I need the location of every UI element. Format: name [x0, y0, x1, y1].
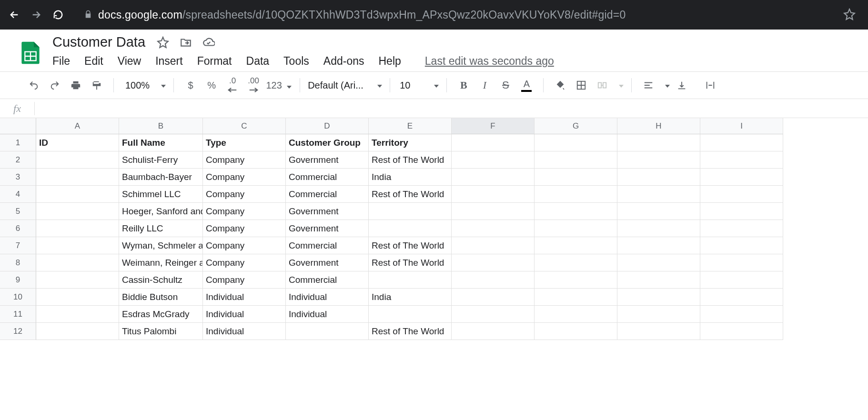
- forward-button[interactable]: [30, 9, 42, 20]
- cell[interactable]: [617, 323, 700, 340]
- cell[interactable]: [36, 220, 119, 237]
- cell[interactable]: India: [369, 169, 452, 186]
- cell[interactable]: Schimmel LLC: [119, 186, 203, 203]
- cell[interactable]: [535, 151, 617, 169]
- cell[interactable]: Individual: [203, 306, 286, 323]
- vertical-align-button[interactable]: [673, 76, 691, 94]
- column-header[interactable]: B: [119, 118, 203, 134]
- row-header[interactable]: 10: [0, 289, 36, 306]
- cell[interactable]: [36, 271, 119, 289]
- decrease-decimal-button[interactable]: .0: [223, 76, 242, 94]
- cell[interactable]: Biddie Butson: [119, 289, 203, 306]
- cell[interactable]: [700, 151, 783, 169]
- paint-format-button[interactable]: [88, 76, 106, 94]
- cell[interactable]: [452, 306, 535, 323]
- cell[interactable]: [369, 271, 452, 289]
- menu-view[interactable]: View: [118, 55, 141, 68]
- column-header[interactable]: A: [36, 118, 119, 134]
- cell[interactable]: [36, 237, 119, 254]
- row-header[interactable]: 11: [0, 306, 36, 323]
- column-header[interactable]: G: [535, 118, 617, 134]
- zoom-caret-icon[interactable]: [161, 81, 166, 89]
- cell[interactable]: Rest of The World: [369, 186, 452, 203]
- cell[interactable]: [700, 271, 783, 289]
- menu-addons[interactable]: Add-ons: [323, 55, 364, 68]
- cell[interactable]: [700, 289, 783, 306]
- cell[interactable]: [36, 306, 119, 323]
- cell[interactable]: Schulist-Ferry: [119, 151, 203, 169]
- font-caret-icon[interactable]: [377, 81, 382, 89]
- cell[interactable]: [452, 134, 535, 151]
- cell[interactable]: Baumbach-Bayer: [119, 169, 203, 186]
- cell[interactable]: [617, 151, 700, 169]
- row-header[interactable]: 8: [0, 254, 36, 271]
- column-header[interactable]: I: [700, 118, 783, 134]
- cell[interactable]: Esdras McGrady: [119, 306, 203, 323]
- more-formats-button[interactable]: 123: [265, 76, 292, 94]
- cell[interactable]: [535, 220, 617, 237]
- cell[interactable]: [452, 186, 535, 203]
- cell[interactable]: [535, 169, 617, 186]
- cell[interactable]: Government: [286, 254, 369, 271]
- menu-data[interactable]: Data: [246, 55, 270, 68]
- cell[interactable]: [700, 203, 783, 220]
- move-folder-icon[interactable]: [180, 36, 192, 49]
- cell[interactable]: [452, 289, 535, 306]
- horizontal-align-button[interactable]: [639, 76, 657, 94]
- row-header[interactable]: 7: [0, 237, 36, 254]
- cell[interactable]: [535, 254, 617, 271]
- font-selector[interactable]: Default (Ari...: [308, 80, 370, 91]
- row-header[interactable]: 2: [0, 151, 36, 169]
- cell[interactable]: Company: [203, 237, 286, 254]
- cell[interactable]: [369, 306, 452, 323]
- font-size-caret-icon[interactable]: [434, 81, 439, 89]
- cell[interactable]: Weimann, Reinger an: [119, 254, 203, 271]
- undo-button[interactable]: [25, 76, 43, 94]
- cell[interactable]: [617, 203, 700, 220]
- select-all-corner[interactable]: [0, 118, 36, 134]
- print-button[interactable]: [67, 76, 85, 94]
- cell[interactable]: [700, 220, 783, 237]
- cell[interactable]: [452, 151, 535, 169]
- cell[interactable]: Territory: [369, 134, 452, 151]
- cell[interactable]: Company: [203, 151, 286, 169]
- cell[interactable]: Individual: [203, 323, 286, 340]
- cell[interactable]: [535, 237, 617, 254]
- cell[interactable]: [535, 306, 617, 323]
- cell[interactable]: Individual: [286, 289, 369, 306]
- row-header[interactable]: 1: [0, 134, 36, 151]
- menu-edit[interactable]: Edit: [84, 55, 103, 68]
- cell[interactable]: Company: [203, 254, 286, 271]
- cell[interactable]: [36, 186, 119, 203]
- cell[interactable]: [617, 306, 700, 323]
- row-header[interactable]: 4: [0, 186, 36, 203]
- cell[interactable]: Company: [203, 186, 286, 203]
- cell[interactable]: [36, 323, 119, 340]
- zoom-level[interactable]: 100%: [121, 80, 153, 91]
- cell[interactable]: [36, 151, 119, 169]
- cell[interactable]: Rest of The World: [369, 237, 452, 254]
- cell[interactable]: Government: [286, 203, 369, 220]
- cell[interactable]: [617, 289, 700, 306]
- cell[interactable]: Customer Group: [286, 134, 369, 151]
- cell[interactable]: [700, 306, 783, 323]
- row-header[interactable]: 5: [0, 203, 36, 220]
- back-button[interactable]: [9, 9, 20, 20]
- italic-button[interactable]: I: [475, 76, 494, 94]
- cell[interactable]: Rest of The World: [369, 151, 452, 169]
- cell[interactable]: Commercial: [286, 237, 369, 254]
- cell[interactable]: Cassin-Schultz: [119, 271, 203, 289]
- cell[interactable]: ID: [36, 134, 119, 151]
- cell[interactable]: [36, 289, 119, 306]
- row-header[interactable]: 12: [0, 323, 36, 340]
- menu-insert[interactable]: Insert: [155, 55, 183, 68]
- cloud-status-icon[interactable]: [202, 36, 215, 49]
- cell[interactable]: [36, 203, 119, 220]
- cell[interactable]: [700, 254, 783, 271]
- strikethrough-button[interactable]: S: [496, 76, 515, 94]
- merge-cells-button[interactable]: [593, 76, 611, 94]
- cell[interactable]: [617, 134, 700, 151]
- cell[interactable]: [452, 220, 535, 237]
- cell[interactable]: [452, 254, 535, 271]
- menu-file[interactable]: File: [52, 55, 70, 68]
